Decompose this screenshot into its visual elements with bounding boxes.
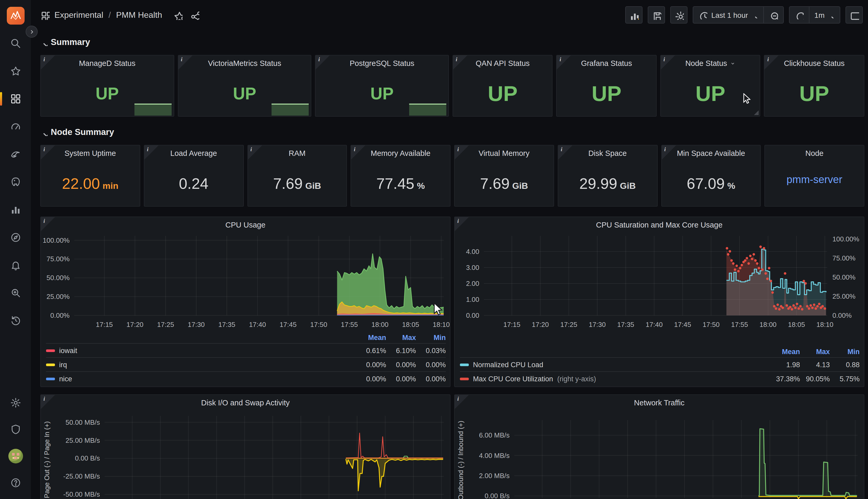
- breadcrumb-section[interactable]: Experimental: [55, 10, 103, 20]
- legend-column-header[interactable]: Max: [386, 333, 416, 341]
- legend-series-label[interactable]: iowait: [46, 346, 356, 354]
- panel-title[interactable]: Node: [765, 149, 864, 157]
- sidebar-item-history[interactable]: [0, 315, 31, 326]
- legend-row: Normalized CPU Load1.984.130.88: [460, 357, 860, 372]
- svg-text:25.00%: 25.00%: [47, 293, 70, 301]
- sidebar-item-advisors[interactable]: [0, 287, 31, 299]
- dashboard-content: Summary iManageD StatusUPiVictoriaMetric…: [40, 30, 864, 499]
- legend-column-header[interactable]: Min: [830, 348, 860, 355]
- svg-text:100.00%: 100.00%: [43, 236, 70, 244]
- stat-value: 29.99: [579, 175, 617, 192]
- panel-info-icon[interactable]: i: [41, 395, 57, 411]
- sidebar-item-bar-chart[interactable]: [0, 204, 31, 216]
- breadcrumb-page[interactable]: PMM Health: [116, 10, 162, 20]
- navbar: Experimental / PMM Health Last 1 hour: [31, 0, 868, 30]
- svg-text:17:55: 17:55: [731, 321, 748, 328]
- add-panel-button[interactable]: [626, 6, 643, 24]
- panel-info-icon[interactable]: i: [453, 56, 469, 71]
- panel-info-icon[interactable]: i: [765, 56, 780, 71]
- sidebar-item-profile[interactable]: [0, 450, 31, 462]
- time-range-picker[interactable]: Last 1 hour: [694, 7, 763, 23]
- dashboard-toolbar: Last 1 hour 1m: [626, 6, 863, 24]
- svg-text:18:05: 18:05: [788, 321, 805, 328]
- refresh-interval-picker[interactable]: 1m: [809, 7, 840, 23]
- status-value: UP: [96, 84, 119, 103]
- legend-series-label[interactable]: Max CPU Core Utilization (right y-axis): [460, 375, 770, 382]
- sidebar-item-search[interactable]: [0, 38, 31, 49]
- panel-info-icon[interactable]: i: [41, 56, 57, 71]
- section-header-summary[interactable]: Summary: [40, 37, 90, 47]
- sidebar-item-help[interactable]: [0, 477, 31, 488]
- gear-icon: [674, 10, 684, 20]
- node-link[interactable]: pmm-server: [787, 174, 842, 186]
- sidebar-item-security[interactable]: [0, 424, 31, 435]
- panel-info-icon[interactable]: i: [558, 145, 574, 161]
- stat-value: 0.24: [179, 175, 208, 192]
- panel-resize-handle[interactable]: [754, 110, 759, 115]
- section-header-node-summary[interactable]: Node Summary: [40, 127, 114, 137]
- refresh-icon: [795, 11, 804, 19]
- panel-network-traffic: i Network Traffic 6.00 MB/s4.00 MB/s2.00…: [454, 394, 864, 499]
- panel-title[interactable]: CPU Usage: [41, 221, 450, 229]
- panel-title[interactable]: PostgreSQL Status: [316, 59, 448, 68]
- panel-info-icon[interactable]: i: [557, 56, 572, 71]
- section-title: Summary: [51, 37, 90, 47]
- zoom-out-button[interactable]: [763, 7, 783, 23]
- network-traffic-plot[interactable]: 6.00 MB/s4.00 MB/s2.00 MB/s0.00 B/sOutbo…: [455, 395, 864, 499]
- panel-info-icon[interactable]: i: [248, 145, 263, 161]
- panel-info-icon[interactable]: i: [316, 56, 331, 71]
- chart-legend: MeanMaxMinNormalized CPU Load1.984.130.8…: [460, 346, 860, 386]
- panel-info-icon[interactable]: i: [661, 56, 676, 71]
- sidebar-expand-button[interactable]: [26, 26, 38, 38]
- legend-series-label[interactable]: irq: [46, 361, 356, 368]
- panel-title[interactable]: ManageD Status: [41, 59, 173, 68]
- legend-series-label[interactable]: nice: [46, 375, 356, 382]
- star-icon[interactable]: [173, 10, 183, 20]
- sidebar-item-mysql-qan[interactable]: [0, 148, 31, 160]
- legend-column-header[interactable]: Min: [416, 333, 446, 341]
- save-dashboard-button[interactable]: [648, 6, 665, 24]
- refresh-button[interactable]: [789, 7, 809, 23]
- share-icon[interactable]: [190, 10, 199, 20]
- status-panel-clickhouse-status: iClickhouse StatusUP: [764, 55, 864, 117]
- stat-value: 7.69: [273, 175, 303, 192]
- sidebar-item-favorites[interactable]: [0, 65, 31, 77]
- panel-info-icon[interactable]: i: [178, 56, 194, 71]
- panel-info-icon[interactable]: i: [455, 395, 470, 411]
- status-value: UP: [696, 81, 725, 106]
- sidebar-item-settings[interactable]: [0, 397, 31, 409]
- panel-info-icon[interactable]: i: [455, 217, 470, 233]
- kiosk-mode-button[interactable]: [845, 6, 863, 24]
- legend-value: 0.00%: [356, 375, 386, 382]
- panel-info-icon[interactable]: i: [144, 145, 160, 161]
- chevron-down-icon: [751, 12, 758, 18]
- status-panel-qan-api-status: iQAN API StatusUP: [453, 55, 553, 117]
- legend-column-header[interactable]: Max: [800, 348, 830, 355]
- sidebar-item-dashboards[interactable]: [0, 93, 31, 105]
- disk-io-plot[interactable]: 50.00 MB/s25.00 MB/s0.00 B/s-25.00 MB/s-…: [41, 395, 450, 499]
- panel-info-icon[interactable]: i: [351, 145, 367, 161]
- panel-title[interactable]: CPU Saturation and Max Core Usage: [455, 221, 864, 229]
- sidebar-item-explore[interactable]: [0, 232, 31, 243]
- sidebar-item-alerting[interactable]: [0, 259, 31, 271]
- sidebar-item-postgresql[interactable]: [0, 176, 31, 188]
- sidebar-item-gauge[interactable]: [0, 121, 31, 132]
- panel-info-icon[interactable]: i: [41, 145, 57, 161]
- stat-panel-memory-available: iMemory Available77.45%: [351, 145, 451, 207]
- panel-title[interactable]: VictoriaMetrics Status: [178, 59, 311, 68]
- panel-title[interactable]: Network Traffic: [455, 399, 864, 407]
- pmm-logo[interactable]: [7, 7, 25, 25]
- help-icon: [10, 477, 21, 488]
- sidebar: [0, 0, 31, 499]
- legend-column-header[interactable]: Mean: [770, 348, 800, 355]
- panel-title[interactable]: Disk I/O and Swap Activity: [41, 399, 450, 407]
- legend-column-header[interactable]: Mean: [356, 333, 386, 341]
- legend-series-label[interactable]: Normalized CPU Load: [460, 361, 770, 368]
- dashboard-settings-button[interactable]: [671, 6, 688, 24]
- chevron-down-icon: [40, 129, 48, 136]
- svg-text:18:10: 18:10: [433, 321, 450, 328]
- panel-info-icon[interactable]: i: [662, 145, 677, 161]
- legend-value: 4.13: [800, 361, 830, 368]
- panel-info-icon[interactable]: i: [455, 145, 470, 161]
- panel-info-icon[interactable]: i: [41, 217, 57, 233]
